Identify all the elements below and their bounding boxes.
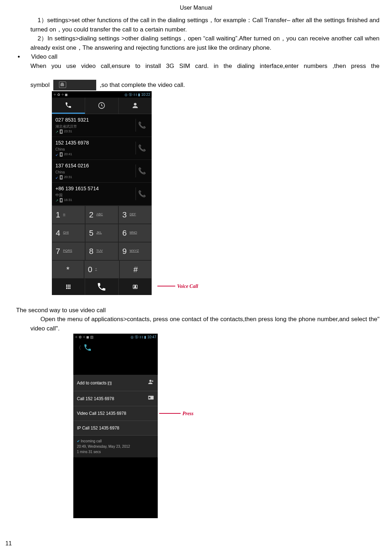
videocall-button[interactable]: [119, 279, 152, 295]
key-7[interactable]: 7PQRS: [52, 242, 85, 260]
svg-rect-6: [68, 286, 69, 287]
call-icon[interactable]: 📞: [136, 187, 148, 200]
dialer-screenshot: ✧ ✿ ✧ ◼ ◎ ⓑ ⫴ ⫴ ▮ 10:22 027 8531 9321 湖北…: [52, 91, 152, 295]
svg-rect-2: [66, 285, 67, 286]
video-call-line1: When you use video call,ensure to instal…: [30, 62, 379, 80]
key-star[interactable]: *: [52, 260, 84, 279]
tab-dialer[interactable]: [52, 98, 85, 114]
svg-rect-10: [69, 288, 70, 289]
tabbar: [52, 98, 152, 114]
page-header: User Manual: [0, 0, 392, 16]
annotation-voicecall: Voice Call: [157, 283, 198, 290]
keypad: 1∞ 2ABC 3DEF 4GHI 5JKL 6MNO 7PQRS 8TUV 9…: [52, 206, 152, 279]
back-icon[interactable]: 〈: [76, 344, 81, 352]
key-9[interactable]: 9WXYZ: [118, 242, 152, 260]
svg-rect-15: [149, 397, 151, 399]
call-entry[interactable]: 137 6154 0216 China ↙▮20:31 📞: [52, 160, 152, 183]
menu-videocall[interactable]: Video Call 152 1435 6978 Press: [73, 406, 158, 421]
key-2[interactable]: 2ABC: [85, 206, 118, 224]
svg-point-12: [134, 285, 136, 286]
call-icon[interactable]: 📞: [136, 142, 148, 154]
key-5[interactable]: 5JKL: [85, 224, 118, 242]
annotation-press: Press: [159, 410, 193, 417]
bottom-bar: [52, 279, 152, 295]
menu-ipcall[interactable]: IP Call 152 1435 6978: [73, 421, 158, 436]
svg-point-13: [150, 380, 152, 382]
contact-menu-screenshot: ✧ ✿ ✧ ◼ ▧ ◎ ⓑ ⫴ ⫴ ▮ 10:47 〈 Add to conta…: [73, 334, 158, 518]
menu-top: 〈: [73, 340, 158, 355]
svg-rect-3: [68, 285, 69, 286]
key-0[interactable]: 0+: [84, 260, 120, 279]
svg-rect-7: [69, 286, 70, 287]
svg-rect-4: [69, 285, 70, 286]
key-1[interactable]: 1∞: [52, 206, 85, 224]
svg-rect-9: [68, 288, 69, 289]
key-3[interactable]: 3DEF: [118, 206, 152, 224]
key-hash[interactable]: #: [119, 260, 152, 279]
paragraph-1: 1）settings>set other functions of the ca…: [30, 16, 379, 34]
key-4[interactable]: 4GHI: [52, 224, 85, 242]
call-number: 027 8531 9321: [55, 116, 136, 124]
tab-recents[interactable]: [85, 98, 118, 114]
tab-contacts[interactable]: [119, 98, 152, 114]
menu-add-contacts[interactable]: Add to contacts ▮: [73, 375, 158, 391]
call-entry[interactable]: 152 1435 6978 China ↙▮20:41 📞: [52, 137, 152, 160]
section2-para: Open the menu of applications>contacts, …: [30, 315, 379, 333]
incoming-call-block: ✔ Incoming call 20:49, Wednesday, May 23…: [73, 436, 158, 457]
key-6[interactable]: 6MNO: [118, 224, 152, 242]
sim-icon: [148, 395, 154, 402]
add-contact-icon: [148, 379, 154, 387]
symbol-after: ,so that complete the video call.: [100, 80, 185, 90]
svg-rect-5: [66, 286, 67, 287]
call-location: China: [55, 147, 136, 152]
video-call-heading: Video call: [31, 53, 57, 60]
call-location: 中国: [55, 192, 136, 198]
call-location: 湖北省武汉市: [55, 124, 136, 129]
dialpad-icon[interactable]: [52, 279, 85, 295]
call-icon[interactable]: 📞: [136, 119, 148, 132]
paragraph-2: 2）In settings>dialing settings >other di…: [30, 34, 379, 52]
call-location: China: [55, 170, 136, 175]
call-entry[interactable]: +86 139 1615 5714 中国 ↗▮16:31 📞: [52, 183, 152, 206]
key-8[interactable]: 8TUV: [85, 242, 118, 260]
call-entry[interactable]: 027 8531 9321 湖北省武汉市 ↗▮23:31 📞: [52, 114, 152, 137]
call-button[interactable]: [85, 279, 118, 295]
call-icon[interactable]: 📞: [136, 164, 148, 177]
menu-call[interactable]: Call 152 1435 6978: [73, 391, 158, 406]
call-number: +86 139 1615 5714: [55, 185, 136, 192]
symbol-label: symbol: [30, 80, 50, 90]
call-number: 137 6154 0216: [55, 162, 136, 170]
videocall-symbol-icon: [53, 80, 96, 90]
status-bar: ✧ ✿ ✧ ◼ ▧ ◎ ⓑ ⫴ ⫴ ▮ 10:47: [73, 334, 158, 340]
svg-rect-8: [66, 288, 67, 289]
status-bar: ✧ ✿ ✧ ◼ ◎ ⓑ ⫴ ⫴ ▮ 10:22: [52, 91, 152, 98]
svg-point-1: [134, 103, 136, 105]
call-number: 152 1435 6978: [55, 139, 136, 147]
section2-heading: The second way to use video call: [16, 306, 379, 315]
